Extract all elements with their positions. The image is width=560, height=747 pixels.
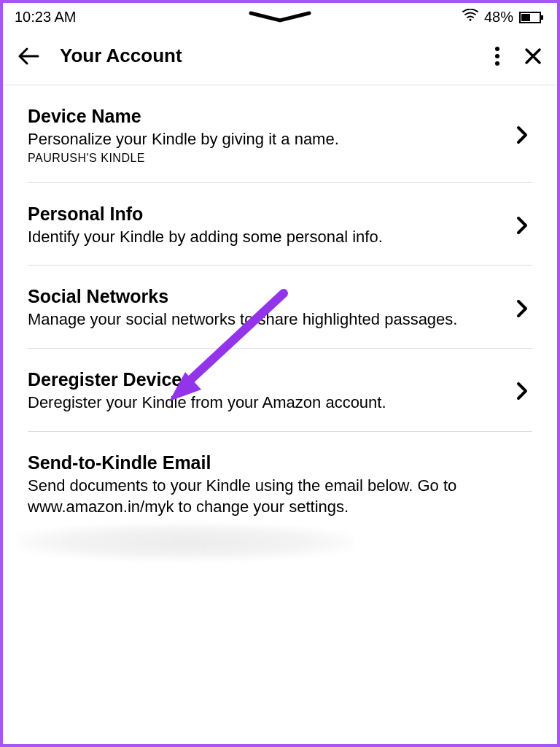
chevron-right-icon — [516, 125, 528, 145]
personal-info-item[interactable]: Personal Info Identify your Kindle by ad… — [28, 183, 532, 266]
header-actions — [494, 46, 542, 66]
item-title: Deregister Device — [28, 369, 487, 390]
item-desc: Personalize your Kindle by giving it a n… — [28, 128, 487, 150]
item-title: Personal Info — [28, 204, 487, 225]
battery-icon — [519, 11, 544, 24]
page-title: Your Account — [60, 44, 494, 67]
close-button[interactable] — [524, 47, 542, 66]
svg-point-0 — [469, 19, 471, 21]
more-menu-button[interactable] — [494, 46, 500, 66]
social-networks-item[interactable]: Social Networks Manage your social netwo… — [28, 266, 532, 349]
status-right: 48% — [462, 9, 544, 26]
item-title: Send-to-Kindle Email — [28, 452, 503, 473]
chevron-right-icon — [516, 381, 528, 401]
settings-list: Device Name Personalize your Kindle by g… — [3, 85, 557, 535]
chevron-right-icon — [516, 298, 528, 319]
item-title: Social Networks — [28, 286, 487, 307]
item-title: Device Name — [28, 106, 487, 127]
svg-rect-3 — [541, 15, 543, 20]
item-desc: Deregister your Kindle from your Amazon … — [28, 392, 487, 414]
item-subtext: PAURUSH'S KINDLE — [28, 152, 487, 165]
device-name-item[interactable]: Device Name Personalize your Kindle by g… — [28, 85, 532, 183]
status-bar: 10:23 AM 48% — [3, 3, 557, 28]
chevron-right-icon — [516, 215, 528, 236]
svg-point-5 — [495, 54, 499, 58]
deregister-device-item[interactable]: Deregister Device Deregister your Kindle… — [28, 349, 532, 432]
page-header: Your Account — [3, 28, 557, 85]
item-desc: Identify your Kindle by adding some pers… — [28, 226, 487, 248]
send-to-kindle-email-item[interactable]: Send-to-Kindle Email Send documents to y… — [28, 432, 532, 535]
svg-rect-2 — [521, 14, 530, 21]
item-desc: Send documents to your Kindle using the … — [28, 475, 503, 518]
svg-point-4 — [495, 47, 499, 51]
item-desc: Manage your social networks to share hig… — [28, 309, 487, 330]
status-time: 10:23 AM — [15, 9, 77, 26]
wifi-icon — [462, 9, 478, 26]
battery-percent: 48% — [484, 9, 513, 26]
svg-point-6 — [495, 61, 499, 66]
back-button[interactable] — [18, 47, 39, 66]
pull-handle-icon[interactable] — [247, 10, 313, 27]
